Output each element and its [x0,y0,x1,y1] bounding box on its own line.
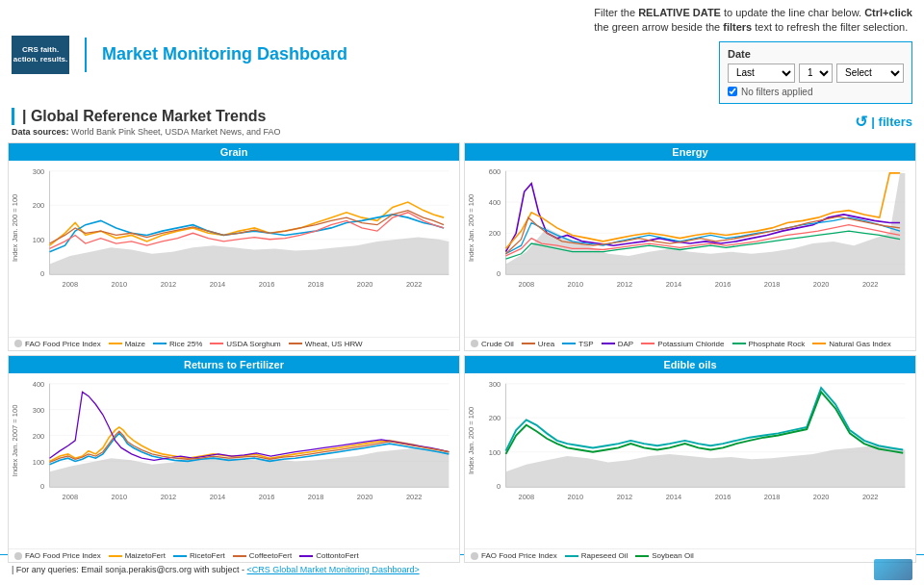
svg-text:2016: 2016 [259,493,275,501]
filter-num-select[interactable]: 1 2 3 [799,64,833,83]
fertilizer-chart-svg: 400 300 200 100 0 Index Jan. 2007 = 100 … [9,373,459,549]
fertilizer-chart-panel: Returns to Fertilizer 400 300 200 100 0 … [8,355,460,564]
svg-text:2012: 2012 [617,280,633,289]
legend-wheat: Wheat, US HRW [289,340,363,348]
svg-text:2018: 2018 [764,493,781,501]
legend-line-rice [153,343,167,344]
legend-line-rice-fert [173,555,187,557]
svg-text:200: 200 [33,201,44,210]
legend-line-potassium [641,343,654,344]
svg-text:2010: 2010 [112,493,128,501]
legend-coffee-fert: CoffeetoFert [233,551,292,560]
refresh-icon: ↺ [855,113,867,131]
energy-chart-body: 600 400 200 0 Index Jan. 200 = 100 2008 … [465,161,915,337]
svg-text:200: 200 [489,414,500,422]
svg-text:2020: 2020 [357,280,373,289]
svg-text:300: 300 [489,380,500,389]
filter-instruction: Filter the RELATIVE DATE to update the l… [594,6,912,36]
footer-contact-link[interactable]: <CRS Global Market Monitoring Dashboard> [247,565,420,574]
svg-text:Index Jan. 200 = 100: Index Jan. 200 = 100 [467,193,475,261]
legend-line-cotton-fert [299,555,313,557]
legend-maize: Maize [109,340,145,348]
legend-potassium: Potassium Chloride [641,340,724,348]
svg-text:0: 0 [497,269,500,278]
legend-line-maize [109,343,122,344]
svg-text:300: 300 [33,405,44,414]
svg-text:0: 0 [497,482,500,491]
oils-rapeseed-line [506,388,904,451]
legend-line-rapeseed [565,555,578,557]
legend-cotton-fert: CottontoFert [299,551,358,560]
svg-text:Index Jan. 200 = 100: Index Jan. 200 = 100 [11,193,19,261]
svg-text:2016: 2016 [715,280,732,289]
legend-line-dap [602,343,615,344]
legend-rice: Rice 25% [153,340,202,348]
fertilizer-chart-title: Returns to Fertilizer [9,356,459,373]
section-title: | Global Reference Market Trends [12,108,280,125]
filters-label: | filters [871,114,912,129]
svg-text:2014: 2014 [210,493,226,501]
svg-text:100: 100 [33,236,44,244]
fertilizer-cotton-line [50,392,449,460]
grain-fao-area [50,237,449,274]
sub-header-row: | Global Reference Market Trends Data so… [0,104,924,139]
fertilizer-chart-legend: FAO Food Price Index MaizetoFert RicetoF… [9,548,459,562]
svg-text:2014: 2014 [210,280,226,289]
grain-chart-panel: Grain 300 200 100 0 Index Jan. 200 = 100… [8,142,460,351]
svg-text:2010: 2010 [112,280,128,289]
svg-text:600: 600 [489,167,500,176]
svg-text:2022: 2022 [862,493,879,501]
svg-text:2020: 2020 [813,280,830,289]
legend-dot-fao-fert [14,552,22,560]
legend-line-tsp [562,343,576,344]
legend-line-maize-fert [109,555,122,557]
filter-period-select[interactable]: Last First [728,64,795,83]
energy-chart-legend: Crude Oil Urea TSP DAP Potassium Chlorid… [465,337,915,350]
svg-text:200: 200 [489,229,500,238]
filters-refresh-button[interactable]: ↺ | filters [855,113,912,131]
energy-crude-area [506,173,906,274]
data-sources: Data sources: World Bank Pink Sheet, USD… [12,127,280,137]
legend-line-coffee-fert [233,555,246,557]
svg-text:2010: 2010 [568,280,584,289]
svg-text:0: 0 [40,482,44,491]
svg-text:2010: 2010 [568,493,584,501]
svg-text:100: 100 [33,457,44,466]
svg-text:Index Jan. 2007 = 100: Index Jan. 2007 = 100 [11,404,19,476]
svg-text:2008: 2008 [63,493,79,501]
svg-text:2018: 2018 [308,493,324,501]
edible-oils-chart-title: Edible oils [465,356,915,373]
svg-text:2022: 2022 [406,280,423,289]
energy-chart-panel: Energy 600 400 200 0 Index Jan. 200 = 10… [464,142,916,351]
no-filters-status: No filters applied [728,87,904,97]
legend-rice-fert: RicetoFert [173,551,225,560]
grain-chart-legend: FAO Food Price Index Maize Rice 25% USDA… [9,337,459,350]
svg-text:2012: 2012 [161,280,177,289]
logo-area: CRS faith. action. results. Market Monit… [12,36,347,74]
legend-line-sorghum [210,343,223,344]
header-right: Filter the RELATIVE DATE to update the l… [594,6,912,104]
svg-text:2016: 2016 [715,493,732,501]
filter-date-label: Date [728,48,904,60]
svg-text:2008: 2008 [519,493,535,501]
edible-oils-chart-svg: 300 200 100 0 Index Jan. 200 = 100 2008 … [465,373,915,549]
svg-text:300: 300 [33,167,44,176]
legend-line-natural-gas [812,343,826,344]
legend-fao-fert: FAO Food Price Index [14,551,101,560]
legend-dap: DAP [602,340,633,348]
fertilizer-chart-body: 400 300 200 100 0 Index Jan. 2007 = 100 … [9,373,459,549]
svg-text:2012: 2012 [161,493,177,501]
page-title: Market Monitoring Dashboard [102,44,347,64]
footer-contact-prefix: | For any queries: Email sonja.perakis@c… [12,565,247,574]
legend-natural-gas: Natural Gas Index [812,340,890,348]
svg-text:2022: 2022 [406,493,423,501]
legend-line-wheat [289,343,302,344]
no-filters-checkbox[interactable] [728,87,737,96]
top-bar: CRS faith. action. results. Market Monit… [0,0,924,104]
svg-text:0: 0 [40,269,44,278]
filter-type-select[interactable]: Select Year Month Quarter [836,64,904,83]
sub-header-left: | Global Reference Market Trends Data so… [12,108,280,137]
grain-chart-title: Grain [9,143,459,161]
svg-text:2018: 2018 [308,280,324,289]
edible-oils-chart-legend: FAO Food Price Index Rapeseed Oil Soybea… [465,548,915,562]
